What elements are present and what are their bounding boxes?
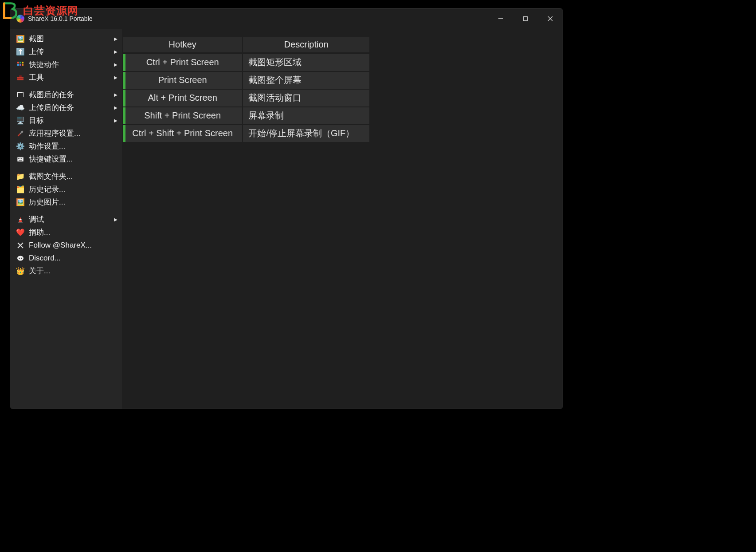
menu-history[interactable]: 🗂️历史记录... <box>10 183 122 196</box>
svg-rect-7 <box>17 64 19 66</box>
menu-task-settings[interactable]: ⚙️动作设置... <box>10 140 122 153</box>
menu-upload[interactable]: ⬆️上传▶ <box>10 45 122 58</box>
hotkey-row[interactable]: Alt + Print Screen截图活动窗口 <box>123 89 369 106</box>
hotkey-description-cell: 开始/停止屏幕录制（GIF） <box>243 124 369 142</box>
hotkey-row[interactable]: Ctrl + Shift + Print Screen开始/停止屏幕录制（GIF… <box>123 124 369 142</box>
menu-image-history[interactable]: 🖼️历史图片... <box>10 196 122 209</box>
menu-task-settings-label: 动作设置... <box>29 141 118 151</box>
svg-rect-17 <box>21 158 22 159</box>
svg-rect-18 <box>19 160 22 161</box>
menu-about-label: 关于... <box>29 266 118 276</box>
menu-after-upload-icon: ☁️ <box>16 103 24 112</box>
menu-after-upload[interactable]: ☁️上传后的任务▶ <box>10 101 122 114</box>
menu-donate-label: 捐助... <box>29 227 118 237</box>
menu-after-capture-label: 截图后的任务 <box>29 90 110 100</box>
menu-destinations-label: 目标 <box>29 115 110 126</box>
svg-rect-11 <box>19 75 22 77</box>
menu-tools[interactable]: 工具▶ <box>10 71 122 84</box>
hotkey-table: Hotkey Description Ctrl + Print Screen截图… <box>123 37 369 142</box>
menu-app-settings[interactable]: 应用程序设置... <box>10 127 122 140</box>
submenu-arrow-icon: ▶ <box>114 75 118 80</box>
hotkey-header-description: Description <box>243 37 369 53</box>
menu-after-capture-icon: 🗔 <box>16 91 24 99</box>
svg-rect-4 <box>17 62 19 63</box>
menu-donate-icon: ❤️ <box>16 228 24 237</box>
menu-quick-actions-label: 快捷动作 <box>29 59 110 70</box>
close-button[interactable] <box>538 8 563 29</box>
submenu-arrow-icon: ▶ <box>114 217 118 222</box>
menu-screenshot-folder-icon: 📁 <box>16 172 24 181</box>
menu-upload-icon: ⬆️ <box>16 47 24 56</box>
svg-rect-21 <box>18 222 23 223</box>
menu-discord[interactable]: Discord... <box>10 252 122 264</box>
maximize-icon <box>523 16 528 21</box>
svg-rect-14 <box>17 157 24 162</box>
menu-donate[interactable]: ❤️捐助... <box>10 226 122 239</box>
hotkey-cell: Print Screen <box>123 71 243 89</box>
menu-app-settings-label: 应用程序设置... <box>29 128 118 138</box>
menu-capture-icon: 🖼️ <box>16 35 24 43</box>
menu-destinations[interactable]: 🖥️目标▶ <box>10 114 122 127</box>
maximize-button[interactable] <box>513 8 538 29</box>
submenu-arrow-icon: ▶ <box>114 36 118 41</box>
menu-tools-icon <box>16 74 24 81</box>
hotkey-row[interactable]: Shift + Print Screen屏幕录制 <box>123 106 369 124</box>
menu-hotkey-settings-icon <box>16 156 24 163</box>
menu-upload-label: 上传 <box>29 47 110 57</box>
menu-screenshot-folder-label: 截图文件夹... <box>29 171 118 181</box>
menu-follow-icon <box>16 242 24 249</box>
svg-point-24 <box>21 257 22 259</box>
menu-discord-label: Discord... <box>29 254 118 263</box>
menu-follow[interactable]: Follow @ShareX... <box>10 239 122 252</box>
menu-screenshot-folder[interactable]: 📁截图文件夹... <box>10 170 122 183</box>
svg-rect-6 <box>22 62 24 63</box>
menu-destinations-icon: 🖥️ <box>16 116 24 125</box>
menu-debug[interactable]: 调试▶ <box>10 213 122 226</box>
close-icon <box>548 16 553 21</box>
menu-debug-label: 调试 <box>29 214 110 225</box>
menu-tools-label: 工具 <box>29 72 110 83</box>
menu-about[interactable]: 👑关于... <box>10 264 122 277</box>
hotkey-row[interactable]: Ctrl + Print Screen截图矩形区域 <box>123 53 369 71</box>
svg-rect-1 <box>524 17 528 21</box>
menu-task-settings-icon: ⚙️ <box>16 142 24 150</box>
minimize-button[interactable] <box>488 8 513 29</box>
svg-point-13 <box>21 130 23 132</box>
menu-quick-actions-icon <box>16 61 24 68</box>
hotkey-description-cell: 屏幕录制 <box>243 106 369 124</box>
menu-discord-icon <box>16 255 24 262</box>
hotkey-row[interactable]: Print Screen截图整个屏幕 <box>123 71 369 89</box>
minimize-icon <box>498 16 503 21</box>
titlebar[interactable]: ShareX 16.0.1 Portable <box>10 8 563 29</box>
menu-debug-icon <box>16 216 24 223</box>
menu-app-settings-icon <box>16 130 24 137</box>
menu-history-label: 历史记录... <box>29 184 118 194</box>
submenu-arrow-icon: ▶ <box>114 49 118 54</box>
menu-after-capture[interactable]: 🗔截图后的任务▶ <box>10 88 122 101</box>
menu-separator <box>10 166 122 170</box>
menu-quick-actions[interactable]: 快捷动作▶ <box>10 58 122 71</box>
svg-point-23 <box>19 257 20 259</box>
main-panel: Hotkey Description Ctrl + Print Screen截图… <box>122 29 563 409</box>
hotkey-table-header: Hotkey Description <box>123 37 369 53</box>
submenu-arrow-icon: ▶ <box>114 105 118 110</box>
menu-hotkey-settings-label: 快捷键设置... <box>29 154 118 164</box>
submenu-arrow-icon: ▶ <box>114 118 118 123</box>
hotkey-cell: Alt + Print Screen <box>123 89 243 106</box>
app-window: ShareX 16.0.1 Portable 🖼️截图▶⬆️上传▶快捷动作▶工具… <box>10 8 563 409</box>
hotkey-description-cell: 截图矩形区域 <box>243 53 369 71</box>
hotkey-description-cell: 截图活动窗口 <box>243 89 369 106</box>
menu-capture[interactable]: 🖼️截图▶ <box>10 32 122 45</box>
hotkey-description-cell: 截图整个屏幕 <box>243 71 369 89</box>
menu-separator <box>10 209 122 213</box>
svg-rect-16 <box>20 158 20 159</box>
submenu-arrow-icon: ▶ <box>114 92 118 97</box>
menu-image-history-label: 历史图片... <box>29 197 118 207</box>
menu-about-icon: 👑 <box>16 267 24 275</box>
menu-hotkey-settings[interactable]: 快捷键设置... <box>10 153 122 166</box>
menu-history-icon: 🗂️ <box>16 185 24 193</box>
svg-point-22 <box>17 256 24 260</box>
window-title: ShareX 16.0.1 Portable <box>28 15 93 22</box>
menu-separator <box>10 84 122 88</box>
menu-after-upload-label: 上传后的任务 <box>29 103 110 113</box>
